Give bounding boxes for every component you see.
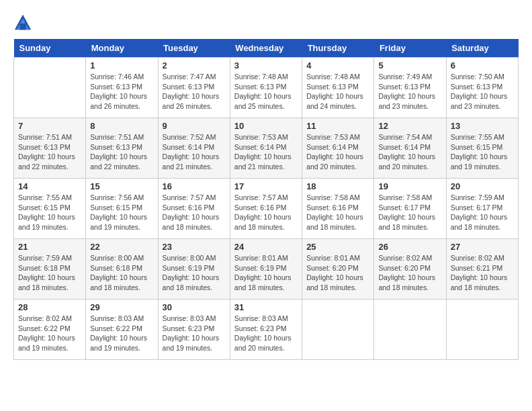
logo-icon — [13, 13, 32, 32]
calendar-week-row: 1Sunrise: 7:46 AMSunset: 6:13 PMDaylight… — [14, 58, 519, 118]
day-number: 22 — [90, 242, 153, 252]
day-number: 26 — [378, 242, 441, 252]
day-info: Sunrise: 7:53 AMSunset: 6:14 PMDaylight:… — [234, 132, 298, 172]
day-info: Sunrise: 7:59 AMSunset: 6:18 PMDaylight:… — [18, 253, 81, 293]
day-number: 11 — [306, 121, 369, 131]
day-header-sunday: Sunday — [14, 39, 86, 58]
day-info: Sunrise: 7:56 AMSunset: 6:15 PMDaylight:… — [90, 193, 153, 232]
calendar-cell: 16Sunrise: 7:57 AMSunset: 6:16 PMDayligh… — [158, 179, 230, 239]
day-number: 8 — [90, 121, 153, 131]
calendar-cell: 10Sunrise: 7:53 AMSunset: 6:14 PMDayligh… — [230, 118, 302, 179]
day-info: Sunrise: 7:55 AMSunset: 6:15 PMDaylight:… — [451, 132, 514, 172]
calendar-cell: 20Sunrise: 7:59 AMSunset: 6:17 PMDayligh… — [446, 179, 518, 239]
calendar-week-row: 7Sunrise: 7:51 AMSunset: 6:13 PMDaylight… — [14, 118, 519, 179]
calendar-cell: 9Sunrise: 7:52 AMSunset: 6:14 PMDaylight… — [158, 118, 230, 179]
calendar-cell: 22Sunrise: 8:00 AMSunset: 6:18 PMDayligh… — [86, 239, 158, 300]
day-header-wednesday: Wednesday — [230, 39, 302, 58]
day-info: Sunrise: 8:03 AMSunset: 6:23 PMDaylight:… — [163, 314, 226, 353]
day-info: Sunrise: 8:00 AMSunset: 6:19 PMDaylight:… — [163, 253, 226, 293]
day-number: 20 — [451, 181, 514, 191]
day-number: 24 — [234, 242, 298, 252]
calendar-cell: 15Sunrise: 7:56 AMSunset: 6:15 PMDayligh… — [86, 179, 158, 239]
day-number: 9 — [163, 121, 226, 131]
calendar-cell: 31Sunrise: 8:03 AMSunset: 6:23 PMDayligh… — [230, 300, 302, 360]
day-info: Sunrise: 7:58 AMSunset: 6:16 PMDaylight:… — [306, 193, 369, 232]
day-info: Sunrise: 7:54 AMSunset: 6:14 PMDaylight:… — [378, 132, 441, 172]
day-info: Sunrise: 7:47 AMSunset: 6:13 PMDaylight:… — [163, 72, 226, 111]
day-info: Sunrise: 7:59 AMSunset: 6:17 PMDaylight:… — [451, 193, 514, 232]
day-number: 4 — [306, 60, 369, 71]
calendar-header-row: SundayMondayTuesdayWednesdayThursdayFrid… — [14, 39, 519, 58]
day-number: 3 — [234, 60, 298, 71]
day-info: Sunrise: 7:46 AMSunset: 6:13 PMDaylight:… — [90, 72, 153, 111]
calendar-cell — [446, 300, 518, 360]
day-info: Sunrise: 7:48 AMSunset: 6:13 PMDaylight:… — [306, 72, 369, 111]
day-info: Sunrise: 8:02 AMSunset: 6:22 PMDaylight:… — [18, 314, 81, 353]
calendar-cell: 5Sunrise: 7:49 AMSunset: 6:13 PMDaylight… — [374, 58, 446, 118]
calendar-week-row: 28Sunrise: 8:02 AMSunset: 6:22 PMDayligh… — [14, 300, 519, 360]
day-info: Sunrise: 7:57 AMSunset: 6:16 PMDaylight:… — [234, 193, 298, 232]
calendar-cell: 1Sunrise: 7:46 AMSunset: 6:13 PMDaylight… — [86, 58, 158, 118]
day-number: 14 — [18, 181, 81, 191]
day-number: 21 — [18, 242, 81, 252]
calendar-cell: 13Sunrise: 7:55 AMSunset: 6:15 PMDayligh… — [446, 118, 518, 179]
calendar-cell: 23Sunrise: 8:00 AMSunset: 6:19 PMDayligh… — [158, 239, 230, 300]
day-number: 31 — [234, 302, 298, 312]
calendar-cell: 21Sunrise: 7:59 AMSunset: 6:18 PMDayligh… — [14, 239, 86, 300]
calendar-cell: 25Sunrise: 8:01 AMSunset: 6:20 PMDayligh… — [302, 239, 374, 300]
day-info: Sunrise: 7:51 AMSunset: 6:13 PMDaylight:… — [18, 132, 81, 172]
day-info: Sunrise: 7:51 AMSunset: 6:13 PMDaylight:… — [90, 132, 153, 172]
calendar-cell: 19Sunrise: 7:58 AMSunset: 6:17 PMDayligh… — [374, 179, 446, 239]
day-info: Sunrise: 7:49 AMSunset: 6:13 PMDaylight:… — [378, 72, 441, 111]
calendar-cell: 26Sunrise: 8:02 AMSunset: 6:20 PMDayligh… — [374, 239, 446, 300]
calendar-cell: 6Sunrise: 7:50 AMSunset: 6:13 PMDaylight… — [446, 58, 518, 118]
calendar-cell: 28Sunrise: 8:02 AMSunset: 6:22 PMDayligh… — [14, 300, 86, 360]
day-number: 25 — [306, 242, 369, 252]
day-info: Sunrise: 8:03 AMSunset: 6:23 PMDaylight:… — [234, 314, 298, 353]
day-number: 12 — [378, 121, 441, 131]
day-info: Sunrise: 8:03 AMSunset: 6:22 PMDaylight:… — [90, 314, 153, 353]
calendar-cell — [302, 300, 374, 360]
calendar-cell: 8Sunrise: 7:51 AMSunset: 6:13 PMDaylight… — [86, 118, 158, 179]
day-number: 27 — [451, 242, 514, 252]
day-number: 30 — [163, 302, 226, 312]
day-info: Sunrise: 7:50 AMSunset: 6:13 PMDaylight:… — [451, 72, 514, 111]
calendar-cell: 14Sunrise: 7:55 AMSunset: 6:15 PMDayligh… — [14, 179, 86, 239]
calendar-cell: 24Sunrise: 8:01 AMSunset: 6:19 PMDayligh… — [230, 239, 302, 300]
calendar-cell: 3Sunrise: 7:48 AMSunset: 6:13 PMDaylight… — [230, 58, 302, 118]
day-info: Sunrise: 7:55 AMSunset: 6:15 PMDaylight:… — [18, 193, 81, 232]
day-number: 6 — [451, 60, 514, 71]
day-info: Sunrise: 8:02 AMSunset: 6:20 PMDaylight:… — [378, 253, 441, 293]
day-header-tuesday: Tuesday — [158, 39, 230, 58]
day-number: 16 — [163, 181, 226, 191]
day-number: 17 — [234, 181, 298, 191]
day-info: Sunrise: 8:01 AMSunset: 6:19 PMDaylight:… — [234, 253, 298, 293]
day-number: 19 — [378, 181, 441, 191]
calendar-week-row: 21Sunrise: 7:59 AMSunset: 6:18 PMDayligh… — [14, 239, 519, 300]
calendar-cell — [14, 58, 86, 118]
calendar-cell: 18Sunrise: 7:58 AMSunset: 6:16 PMDayligh… — [302, 179, 374, 239]
day-info: Sunrise: 7:48 AMSunset: 6:13 PMDaylight:… — [234, 72, 298, 111]
day-header-friday: Friday — [374, 39, 446, 58]
calendar-cell — [374, 300, 446, 360]
day-number: 28 — [18, 302, 81, 312]
day-info: Sunrise: 7:53 AMSunset: 6:14 PMDaylight:… — [306, 132, 369, 172]
day-number: 1 — [90, 60, 153, 71]
calendar-cell: 11Sunrise: 7:53 AMSunset: 6:14 PMDayligh… — [302, 118, 374, 179]
day-number: 15 — [90, 181, 153, 191]
day-header-monday: Monday — [86, 39, 158, 58]
day-number: 18 — [306, 181, 369, 191]
day-info: Sunrise: 7:57 AMSunset: 6:16 PMDaylight:… — [163, 193, 226, 232]
calendar-week-row: 14Sunrise: 7:55 AMSunset: 6:15 PMDayligh… — [14, 179, 519, 239]
day-number: 7 — [18, 121, 81, 131]
day-info: Sunrise: 8:01 AMSunset: 6:20 PMDaylight:… — [306, 253, 369, 293]
day-info: Sunrise: 7:58 AMSunset: 6:17 PMDaylight:… — [378, 193, 441, 232]
calendar-table: SundayMondayTuesdayWednesdayThursdayFrid… — [13, 39, 519, 360]
day-number: 23 — [163, 242, 226, 252]
day-info: Sunrise: 7:52 AMSunset: 6:14 PMDaylight:… — [163, 132, 226, 172]
day-header-thursday: Thursday — [302, 39, 374, 58]
day-info: Sunrise: 8:02 AMSunset: 6:21 PMDaylight:… — [451, 253, 514, 293]
calendar-cell: 17Sunrise: 7:57 AMSunset: 6:16 PMDayligh… — [230, 179, 302, 239]
day-number: 5 — [378, 60, 441, 71]
calendar-cell: 7Sunrise: 7:51 AMSunset: 6:13 PMDaylight… — [14, 118, 86, 179]
